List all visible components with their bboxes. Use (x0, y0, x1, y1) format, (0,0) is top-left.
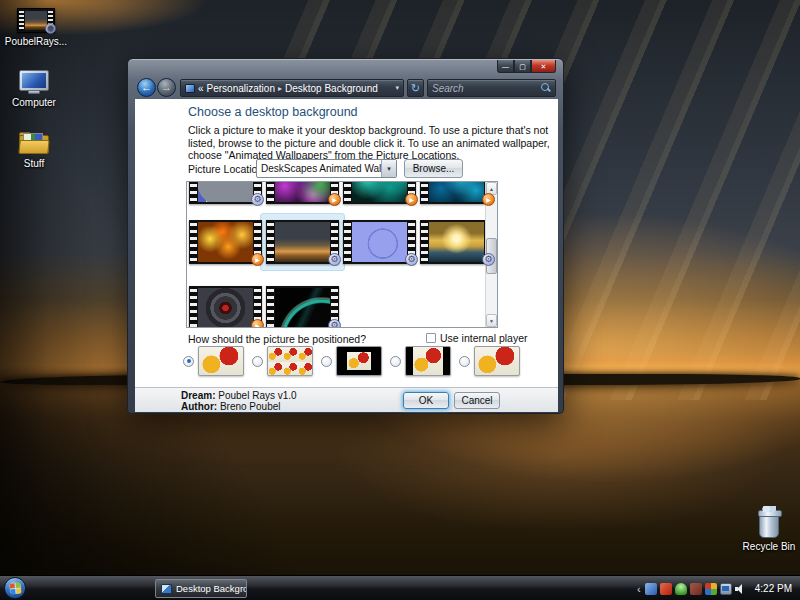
desktop-icon-poubelrays[interactable]: ⚙ PoubelRays... (2, 8, 70, 47)
preview-fit[interactable] (405, 346, 451, 376)
play-badge-icon: ▶ (251, 253, 264, 266)
radio-fill[interactable] (183, 356, 194, 367)
network-icon[interactable] (720, 583, 732, 595)
thumbnail-fire-cells[interactable]: ▶ (189, 220, 262, 264)
thumbnail-blue-white-ellipse[interactable]: ⚙ (189, 181, 262, 204)
preview-tile[interactable] (267, 346, 313, 376)
gear-badge-icon: ⚙ (405, 253, 418, 266)
computer-screen (22, 73, 46, 88)
thumbnail-teal-fractal[interactable]: ▶ (343, 181, 416, 204)
defender-icon[interactable] (645, 583, 657, 595)
recycle-bin-papers (762, 506, 776, 512)
breadcrumb-root[interactable]: « (198, 83, 204, 94)
thumbnail-image (352, 222, 407, 262)
desktop-icon-computer[interactable]: Computer (0, 70, 68, 108)
address-bar: ← → « Personalization ▸ Desktop Backgrou… (128, 76, 563, 100)
ati-catalyst-icon[interactable] (660, 583, 672, 595)
picture-location-label: Picture Location (188, 163, 263, 175)
preview-center[interactable] (336, 346, 382, 376)
thumbnail-periwinkle-circle[interactable]: ⚙ (343, 220, 416, 264)
page-title: Choose a desktop background (188, 105, 358, 119)
thumbnail-dark-teal-curves[interactable]: ⚙ (266, 286, 339, 328)
taskbar-clock[interactable]: 4:22 PM (755, 583, 792, 594)
search-box[interactable] (427, 79, 556, 97)
use-internal-player[interactable]: Use internal player (426, 332, 528, 344)
deskscapes-icon[interactable] (705, 583, 717, 595)
computer-icon (19, 70, 49, 91)
app-tray-icon[interactable] (690, 583, 702, 595)
cancel-button[interactable]: Cancel (454, 392, 500, 409)
volume-icon[interactable] (735, 583, 748, 595)
back-button[interactable]: ← (137, 78, 156, 97)
desktop-icon-label: Computer (0, 97, 68, 108)
recycle-bin-icon (759, 512, 779, 538)
gear-badge-icon: ⚙ (45, 23, 56, 34)
thumbnail-image (429, 181, 484, 202)
chevron-down-icon[interactable]: ▾ (381, 160, 396, 177)
forward-button[interactable]: → (157, 78, 176, 97)
search-icon (541, 83, 551, 93)
position-option-fit[interactable] (390, 346, 459, 376)
folder-icon (19, 133, 49, 155)
desktop-icon-recycle-bin[interactable]: Recycle Bin (739, 512, 799, 552)
play-badge-icon: ▶ (405, 193, 418, 206)
thumbnail-purple-green-fractal[interactable]: ▶ (266, 181, 339, 204)
position-option-tile[interactable] (252, 346, 321, 376)
breadcrumb-desktop-background[interactable]: Desktop Background (285, 83, 378, 94)
system-tray: ‹ 4:22 PM (637, 576, 798, 600)
browse-button[interactable]: Browse... (404, 159, 463, 178)
refresh-button[interactable]: ↻ (407, 79, 424, 97)
play-badge-icon: ▶ (482, 193, 495, 206)
thumbnail-image (275, 288, 330, 328)
tray-chevron-icon[interactable]: ‹ (637, 583, 641, 595)
gear-badge-icon: ⚙ (328, 253, 341, 266)
messenger-icon[interactable] (675, 583, 687, 595)
thumbnail-image (198, 181, 253, 202)
maximize-button[interactable]: ▢ (514, 60, 531, 73)
scroll-down-button[interactable]: ▼ (486, 314, 497, 327)
gear-badge-icon: ⚙ (482, 253, 495, 266)
position-option-fill[interactable] (183, 346, 252, 376)
dream-metadata: Dream: Poubel Rays v1.0 Author: Breno Po… (181, 390, 297, 412)
search-input[interactable] (432, 83, 541, 94)
windows-flag-icon (9, 582, 21, 594)
thumbnail-sunset-sky-selected[interactable]: ⚙ (266, 220, 339, 264)
thumbnail-mechanical-red-core[interactable]: ▶ (189, 286, 262, 328)
dream-value: Poubel Rays v1.0 (218, 390, 296, 401)
thumbnail-image (198, 222, 253, 262)
chevron-down-icon[interactable]: ▾ (395, 84, 399, 92)
internal-player-checkbox[interactable] (426, 333, 436, 343)
desktop-icon-label: Stuff (0, 158, 68, 169)
ok-button[interactable]: OK (403, 392, 449, 409)
position-options (183, 346, 528, 376)
position-option-stretch[interactable] (459, 346, 528, 376)
radio-stretch[interactable] (459, 356, 470, 367)
desktop-icon-stuff[interactable]: Stuff (0, 133, 68, 169)
radio-center[interactable] (321, 356, 332, 367)
task-window-icon (161, 584, 172, 594)
location-icon (185, 84, 195, 93)
breadcrumb-personalization[interactable]: Personalization (207, 83, 275, 94)
taskbar-task-desktop-background[interactable]: Desktop Backgroun... (155, 579, 247, 598)
computer-base (28, 90, 40, 94)
crumb-separator-icon: ▸ (278, 84, 282, 93)
desktop-icon-label: PoubelRays... (2, 36, 70, 47)
position-option-center[interactable] (321, 346, 390, 376)
gear-badge-icon: ⚙ (328, 319, 341, 328)
thumbnail-image (429, 222, 484, 262)
breadcrumb[interactable]: « Personalization ▸ Desktop Background ▾ (180, 79, 404, 97)
preview-fill[interactable] (198, 346, 244, 376)
thumbnail-sun-glow[interactable]: ⚙ (420, 220, 493, 264)
author-value: Breno Poubel (220, 401, 281, 412)
picture-location-select[interactable]: DeskScapes Animated Wallpapers ▾ (256, 159, 397, 178)
window-controls: — ▢ ✕ (497, 60, 556, 73)
preview-stretch[interactable] (474, 346, 520, 376)
start-button[interactable] (4, 577, 26, 599)
minimize-button[interactable]: — (497, 60, 514, 73)
thumbnail-cyan-fractal[interactable]: ▶ (420, 181, 493, 204)
radio-fit[interactable] (390, 356, 401, 367)
dialog-content: Choose a desktop background Click a pict… (135, 99, 558, 387)
radio-tile[interactable] (252, 356, 263, 367)
close-button[interactable]: ✕ (531, 60, 556, 73)
internal-player-label: Use internal player (440, 332, 528, 344)
